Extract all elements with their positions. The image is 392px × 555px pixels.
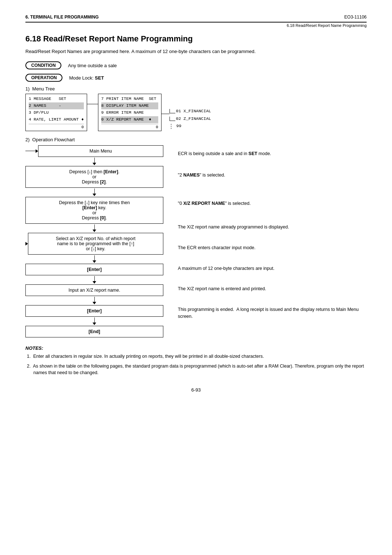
operation-text: Mode Lock: SET xyxy=(69,75,104,81)
step1-box: Depress [↓] then [Enter].orDepress [2]. xyxy=(25,166,163,188)
flowchart-left: Main Menu Depress [↓] then [Enter].orDep… xyxy=(25,145,163,337)
notes-title: NOTES: xyxy=(25,345,367,351)
header-left: 6. TERMINAL FILE PROGRAMMING xyxy=(25,15,99,20)
intro-text: Read/Reset Report Names are programmed h… xyxy=(25,49,367,54)
main-menu-box: Main Menu xyxy=(38,145,163,157)
condition-text: Any time outside a sale xyxy=(68,63,117,68)
operation-bold: SET xyxy=(95,75,104,81)
arrow-0-1 xyxy=(93,158,96,165)
note-0: ECR is being outside a sale and in SET m… xyxy=(178,149,367,157)
entry-arrow-row: Main Menu xyxy=(25,145,163,157)
arrow-3-4 xyxy=(93,255,96,263)
menu-tree-section: 1) Menu Tree 1 MESSAGE SET 2 NAMES - 3 D… xyxy=(25,86,367,131)
note-7: This programming is ended. A long receip… xyxy=(178,305,367,320)
note-6: The X/Z report name is entered and print… xyxy=(178,284,367,292)
menu-left-zero: 0 xyxy=(29,124,84,129)
menu-left-col: 1 MESSAGE SET 2 NAMES - 3 DP/PLU 4 RATE,… xyxy=(25,94,87,131)
step2-box: Depress the [↓] key nine times then[Ente… xyxy=(25,197,163,224)
menu-tree-label: 1) Menu Tree xyxy=(25,86,367,92)
menu-row-0: 0 X/Z REPORT NAME ♦ xyxy=(101,116,158,123)
condition-row: CONDITION Any time outside a sale xyxy=(25,61,367,69)
note-item-2: 2. As shown in the table on the followin… xyxy=(25,363,367,377)
menu-row-4: 4 RATE, LIMIT AMOUNT ♦ xyxy=(29,116,84,123)
operation-badge: OPERATION xyxy=(25,74,62,82)
step5-box: Input an X/Z report name. xyxy=(25,284,163,296)
condition-badge: CONDITION xyxy=(25,61,61,69)
menu-row-8: 8 DISPLAY ITEM NAME xyxy=(101,102,158,109)
step3-row: Select an X/Z report No. of which report… xyxy=(25,233,163,255)
note-3: The X/Z report name already programmed i… xyxy=(178,222,367,231)
step4-box: [Enter] xyxy=(25,264,163,275)
menu-row-9: 9 ERROR ITEM NAME xyxy=(101,109,158,116)
section-title: 6.18 Read/Reset Report Name Programming xyxy=(25,34,367,44)
section-number: 6.18 xyxy=(25,34,41,43)
branch-list: 01 X_FINANCIAL 02 Z_FINANCIAL 99 xyxy=(170,108,211,130)
header-right: EO3-11106 xyxy=(344,15,367,20)
header-sub: 6.18 Read/Reset Report Name Programming xyxy=(25,23,367,28)
note-5: A maximum of 12 one-byte characters are … xyxy=(178,264,367,272)
flowchart-right: ECR is being outside a sale and in SET m… xyxy=(178,145,367,337)
page: 6. TERMINAL FILE PROGRAMMING EO3-11106 6… xyxy=(0,0,392,555)
entry-arrow xyxy=(25,149,38,153)
arrow-1-2 xyxy=(93,189,96,196)
flowchart-label: 2) Operation Flowchart xyxy=(25,137,367,142)
branch-99: 99 xyxy=(170,122,211,130)
notes-section: NOTES: 1. Enter all characters in regula… xyxy=(25,345,367,376)
step7-box: [End] xyxy=(25,326,163,337)
menu-right-col: 7 PRINT ITEM NAME SET 8 DISPLAY ITEM NAM… xyxy=(98,94,162,131)
section-name: Read/Reset Report Name Programming xyxy=(43,34,193,43)
branch-01: 01 X_FINANCIAL xyxy=(170,108,211,115)
operation-row: OPERATION Mode Lock: SET xyxy=(25,74,367,82)
flowchart: Main Menu Depress [↓] then [Enter].orDep… xyxy=(25,145,367,337)
menu-row-1: 1 MESSAGE SET xyxy=(29,96,84,102)
arrow-6-7 xyxy=(93,317,96,325)
menu-row-7: 7 PRINT ITEM NAME SET xyxy=(101,96,158,102)
menu-row-3: 3 DP/PLU xyxy=(29,109,84,116)
arrow-2-3 xyxy=(93,224,96,232)
note-1: "2 NAMES" is selected. xyxy=(178,170,367,179)
note-4: The ECR enters character input mode. xyxy=(178,243,367,251)
connector-right xyxy=(162,114,170,114)
flowchart-section: 2) Operation Flowchart Main Menu xyxy=(25,137,367,337)
page-number: 6-93 xyxy=(25,387,367,393)
note-2: "0 X/Z REPORT NAME" is selected. xyxy=(178,199,367,207)
arrow-5-6 xyxy=(93,297,96,304)
menu-row-2: 2 NAMES - xyxy=(29,102,84,109)
header-top: 6. TERMINAL FILE PROGRAMMING EO3-11106 xyxy=(25,15,367,23)
connector-left xyxy=(87,104,98,104)
arrow-4-5 xyxy=(93,276,96,284)
menu-right-zero: 0 xyxy=(101,124,158,129)
step3-left-arrow xyxy=(25,242,28,246)
note-item-1: 1. Enter all characters in regular size.… xyxy=(25,353,367,360)
step6-box: [Enter] xyxy=(25,305,163,317)
step3-box: Select an X/Z report No. of which report… xyxy=(28,233,163,255)
branch-02: 02 Z_FINANCIAL xyxy=(170,115,211,123)
